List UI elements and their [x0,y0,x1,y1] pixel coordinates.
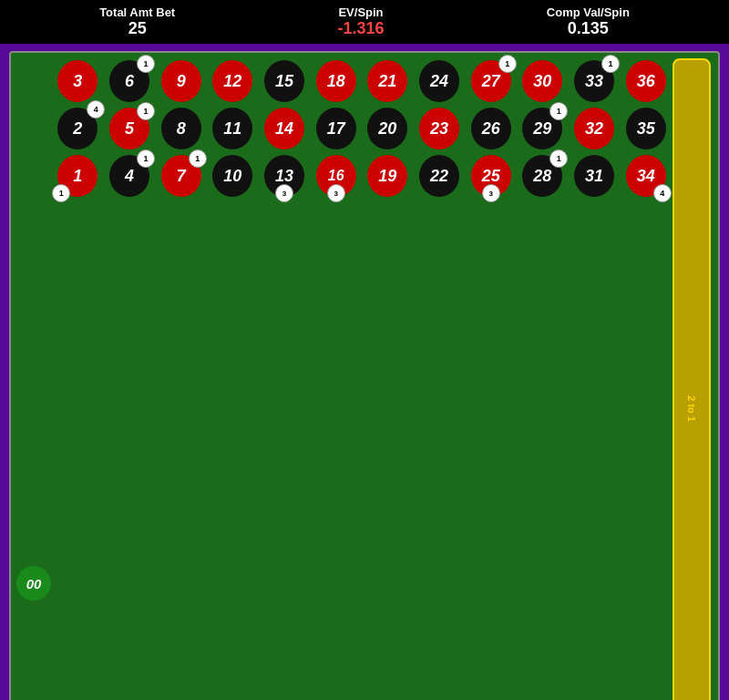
comp-val-spin-label: Comp Val/Spin [547,5,630,19]
num-8[interactable]: 8 [156,106,206,151]
num-10[interactable]: 10 [208,153,258,199]
num-16[interactable]: 163 [311,153,361,199]
num-18[interactable]: 18 [311,58,361,104]
num-7[interactable]: 71 [156,153,206,199]
header-stats-bar: Total Amt Bet 25 EV/Spin -1.316 Comp Val… [0,0,729,44]
num-2[interactable]: 24 [53,106,103,151]
num-3[interactable]: 3 [53,58,103,104]
comp-val-spin-value: 0.135 [547,19,630,38]
num-29[interactable]: 291 [518,106,568,151]
num-12[interactable]: 12 [208,58,258,104]
num-26[interactable]: 26 [466,106,516,151]
num-20[interactable]: 20 [363,106,413,151]
ev-spin-block: EV/Spin -1.316 [337,5,384,38]
num-23[interactable]: 23 [415,106,465,151]
number-00[interactable]: 00 [16,566,51,601]
num-4[interactable]: 41 [105,153,155,199]
num-19[interactable]: 19 [363,153,413,199]
num-11[interactable]: 11 [208,106,258,151]
num-6[interactable]: 61 [105,58,155,104]
num-30[interactable]: 30 [518,58,568,104]
num-22[interactable]: 22 [415,153,465,199]
num-1[interactable]: 11 [53,153,103,199]
comp-val-spin-block: Comp Val/Spin 0.135 [547,5,630,38]
num-31[interactable]: 31 [570,153,620,199]
num-17[interactable]: 17 [311,106,361,151]
total-amt-bet-block: Total Amt Bet 25 [99,5,175,38]
num-35[interactable]: 35 [621,106,671,151]
num-24[interactable]: 24 [415,58,465,104]
num-32[interactable]: 32 [570,106,620,151]
roulette-section: 00 0 1 3 61 9 12 15 18 21 24 [0,44,729,700]
num-21[interactable]: 21 [363,58,413,104]
num-34[interactable]: 344 [621,153,671,199]
total-amt-bet-value: 25 [99,19,175,38]
num-9[interactable]: 9 [156,58,206,104]
num-28[interactable]: 281 [518,153,568,199]
two-to-one-top[interactable]: 2 to 1 [673,58,711,700]
num-36[interactable]: 36 [621,58,671,104]
num-13[interactable]: 133 [260,153,310,199]
num-33[interactable]: 331 [570,58,620,104]
num-15[interactable]: 15 [260,58,310,104]
num-5[interactable]: 51 [105,106,155,151]
num-27[interactable]: 271 [466,58,516,104]
ev-spin-label: EV/Spin [337,5,384,19]
total-amt-bet-label: Total Amt Bet [99,5,175,19]
ev-spin-value: -1.316 [337,19,384,38]
num-14[interactable]: 14 [260,106,310,151]
num-25[interactable]: 253 [466,153,516,199]
roulette-table: 00 0 1 3 61 9 12 15 18 21 24 [9,51,720,700]
